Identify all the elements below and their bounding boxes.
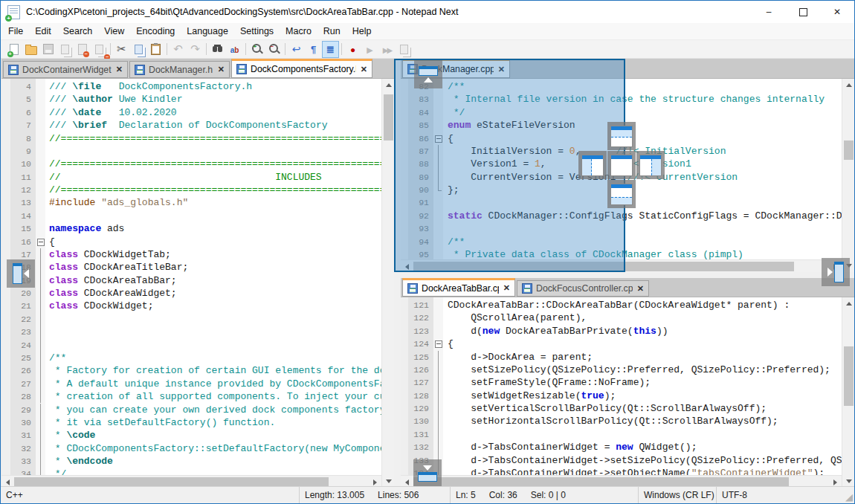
find-button[interactable]	[209, 41, 226, 58]
code-line: /// \file DockComponentsFactory.h	[45, 80, 381, 93]
fold-guide-line	[40, 442, 41, 455]
tab-dockareatabbar-cpp[interactable]: DockAreaTabBar.cpp✕	[402, 278, 515, 297]
new-file-button[interactable]	[5, 41, 22, 58]
redo-button[interactable]: ↷	[187, 41, 204, 58]
token-kw: this	[633, 326, 656, 337]
save-file-icon	[43, 44, 54, 54]
fold-guide-line	[40, 364, 41, 377]
fold-cell	[433, 402, 443, 415]
code-editor[interactable]: 4567891011121314151617181920212223242526…	[1, 79, 381, 475]
edge-drop-target-left[interactable]	[7, 259, 35, 288]
menu-run[interactable]: Run	[317, 23, 346, 39]
show-all-characters-button[interactable]: ¶	[305, 41, 322, 58]
drop-target-center[interactable]	[607, 151, 636, 179]
maximize-button[interactable]	[786, 1, 820, 23]
drop-target-left[interactable]	[578, 151, 607, 179]
status-eol[interactable]: Windows (CR LF)	[638, 487, 716, 503]
fold-collapse-icon[interactable]	[435, 340, 442, 348]
tab-dockcomponentsfactory-h[interactable]: DockComponentsFactory.h✕	[231, 59, 372, 78]
scroll-up-arrow[interactable]	[842, 297, 854, 310]
status-doc-stats[interactable]: Length: 13.005Lines: 506	[299, 487, 450, 503]
left-triangle	[3, 479, 10, 485]
code-line	[45, 339, 381, 352]
tab-dockcontainerwidget-h[interactable]: DockContainerWidget.h✕	[3, 61, 128, 78]
drop-target-right[interactable]	[636, 151, 665, 179]
menu-edit[interactable]: Edit	[29, 23, 57, 39]
fold-guide-line	[40, 468, 41, 475]
window-title: C:\CodingXP\cetoni_projects_64bit\QtAdva…	[26, 7, 459, 17]
edge-drop-target-bottom[interactable]	[413, 459, 442, 488]
cut-button[interactable]: ✂	[113, 41, 130, 58]
zoom-in-icon: +	[254, 45, 261, 53]
line-number: 31	[10, 429, 31, 442]
vertical-scrollbar[interactable]	[842, 79, 854, 272]
code-editor[interactable]: 1211221231241251261271281291301311321331…	[401, 297, 842, 475]
save-all-button[interactable]	[57, 41, 74, 58]
token-doc: ///	[49, 120, 72, 131]
vertical-scroll-thumb[interactable]	[384, 94, 393, 140]
fold-cell	[36, 339, 45, 352]
code-line: namespace ads	[45, 222, 381, 235]
menu-encoding[interactable]: Encoding	[130, 23, 181, 39]
word-wrap-button[interactable]: ↩	[288, 41, 305, 58]
code-line: setHorizontalScrollBarPolicy(Qt::ScrollB…	[443, 415, 842, 427]
close-all-button[interactable]	[91, 41, 108, 58]
close-button[interactable]: ✕	[820, 1, 854, 23]
menu-file[interactable]: File	[2, 23, 29, 39]
edge-drop-target-right[interactable]	[822, 258, 850, 286]
vertical-scroll-thumb[interactable]	[844, 346, 854, 406]
undo-button[interactable]: ↶	[170, 41, 187, 58]
tab-close-icon[interactable]: ✕	[637, 284, 644, 294]
drop-target-top[interactable]	[607, 122, 636, 150]
paste-button[interactable]	[147, 41, 164, 58]
close-file-button[interactable]	[74, 41, 91, 58]
drop-target-bottom[interactable]	[607, 180, 636, 208]
fold-collapse-icon[interactable]	[37, 239, 45, 246]
status-encoding[interactable]: UTF-8	[716, 487, 833, 503]
status-cursor[interactable]: Ln: 5Col: 36Sel: 0 | 0	[450, 487, 638, 503]
minimize-button[interactable]: –	[752, 1, 786, 23]
macro-save-button[interactable]	[396, 41, 413, 58]
tab-close-icon[interactable]: ✕	[116, 65, 123, 74]
tab-bar: DockAreaTabBar.cpp✕DockFocusController.c…	[401, 278, 854, 297]
status-language-language: C++	[6, 490, 23, 500]
zoom-out-button[interactable]: −	[265, 41, 283, 58]
macro-play-button[interactable]: ▶	[361, 41, 378, 58]
edge-drop-target-top[interactable]	[414, 60, 442, 88]
vertical-scrollbar[interactable]	[381, 79, 394, 488]
code-line: class CDockAreaTabBar;	[45, 274, 381, 287]
token-txt: CDockWidgetTab;	[78, 249, 171, 260]
vertical-scrollbar[interactable]	[842, 297, 854, 488]
vertical-scroll-thumb[interactable]	[844, 140, 854, 160]
zoom-in-button[interactable]: +	[248, 41, 265, 58]
scroll-up-arrow[interactable]	[842, 79, 854, 91]
fold-cell	[36, 442, 45, 455]
replace-button[interactable]: ab	[226, 41, 243, 58]
tab-dockmanager-h[interactable]: DockManager.h✕	[129, 61, 230, 78]
code-area[interactable]: CDockAreaTabBar::CDockAreaTabBar(CDockAr…	[443, 297, 842, 475]
code-line: CDockAreaTabBar::CDockAreaTabBar(CDockAr…	[443, 299, 842, 311]
indent-guide-button[interactable]: ≣	[322, 41, 339, 58]
resize-grip[interactable]: ◢	[845, 492, 853, 502]
menu-view[interactable]: View	[98, 23, 130, 39]
tab-close-icon[interactable]: ✕	[218, 65, 225, 74]
status-language[interactable]: C++	[1, 487, 299, 503]
open-file-button[interactable]	[22, 41, 39, 58]
menu-help[interactable]: Help	[346, 23, 378, 39]
horizontal-splitter[interactable]	[401, 272, 854, 278]
menu-macro[interactable]: Macro	[280, 23, 317, 39]
macro-run-multiple-button[interactable]: ▶▶	[378, 41, 396, 58]
menu-settings[interactable]: Settings	[234, 23, 280, 39]
fold-cell	[36, 378, 45, 390]
tab-close-icon[interactable]: ✕	[503, 283, 510, 293]
save-file-button[interactable]	[39, 41, 57, 58]
tab-dockfocuscontroller-cpp[interactable]: DockFocusController.cpp✕	[517, 280, 649, 297]
tab-close-icon[interactable]: ✕	[361, 65, 367, 74]
copy-button[interactable]	[130, 41, 147, 58]
fold-guide-line	[438, 351, 439, 364]
scroll-up-arrow[interactable]	[382, 79, 394, 91]
code-area[interactable]: /// \file DockComponentsFactory.h/// \au…	[45, 79, 381, 475]
menu-search[interactable]: Search	[57, 23, 99, 39]
macro-record-button[interactable]: ●	[344, 41, 361, 58]
menu-language[interactable]: Language	[181, 23, 234, 39]
